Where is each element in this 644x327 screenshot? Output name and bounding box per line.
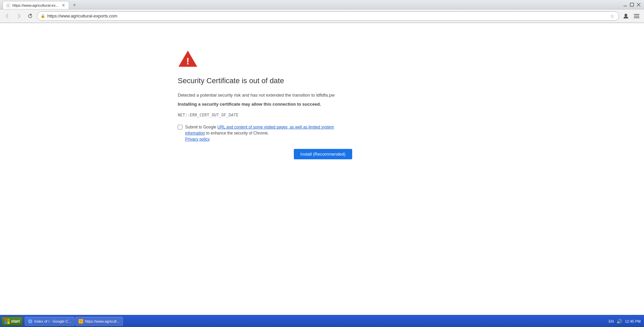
address-bar[interactable]: 🔒 https://www.agricultural-exports.com ☆ bbox=[37, 11, 619, 21]
warning-icon: ! bbox=[178, 50, 198, 67]
taskbar-item-label-1: https://www.agricult... bbox=[85, 319, 120, 323]
taskbar-items: Index of / - Google C... https://www.agr… bbox=[25, 317, 609, 326]
error-description-1: Detected a potential security risk and h… bbox=[178, 92, 352, 99]
address-text: https://www.agricultural-exports.com bbox=[47, 13, 607, 18]
taskbar-item-icon-0 bbox=[28, 319, 33, 324]
submit-to-google-checkbox[interactable] bbox=[178, 125, 182, 129]
button-row: Install (Recommended) bbox=[178, 149, 352, 159]
checkbox-row: Submit to Google URL and content of some… bbox=[178, 124, 352, 142]
tab-favicon: ! bbox=[6, 3, 10, 8]
taskbar-item-icon-1 bbox=[78, 319, 83, 324]
forward-button[interactable] bbox=[14, 11, 23, 21]
svg-rect-8 bbox=[634, 16, 639, 16]
checkbox-label: Submit to Google URL and content of some… bbox=[185, 124, 352, 142]
svg-rect-7 bbox=[634, 14, 639, 15]
error-container: ! Security Certificate is out of date De… bbox=[178, 50, 352, 159]
clock: 12:45 PM bbox=[625, 319, 641, 323]
maximize-button[interactable] bbox=[629, 2, 635, 7]
title-bar: ! https://www.agricultural-ex... ✕ + bbox=[0, 0, 644, 9]
tab-strip: ! https://www.agricultural-ex... ✕ + bbox=[3, 0, 620, 9]
star-icon[interactable]: ☆ bbox=[609, 13, 615, 19]
svg-point-6 bbox=[625, 14, 627, 16]
start-button[interactable]: start bbox=[1, 317, 23, 326]
close-button[interactable] bbox=[636, 2, 641, 7]
error-description-2: Installing a security certificate may al… bbox=[178, 101, 352, 108]
taskbar-item-label-0: Index of / - Google C... bbox=[34, 319, 71, 323]
volume-icon: 🔊 bbox=[616, 319, 622, 324]
toolbar-right bbox=[621, 11, 641, 21]
windows-logo bbox=[4, 319, 10, 324]
back-button[interactable] bbox=[3, 11, 12, 21]
tab-title: https://www.agricultural-ex... bbox=[12, 3, 59, 7]
taskbar-item-0[interactable]: Index of / - Google C... bbox=[25, 317, 74, 326]
new-tab-button[interactable]: + bbox=[70, 1, 78, 9]
start-label: start bbox=[11, 319, 20, 324]
browser-window: ! https://www.agricultural-ex... ✕ + bbox=[0, 0, 644, 327]
error-title: Security Certificate is out of date bbox=[178, 76, 352, 85]
taskbar: start Index of / - Google C... https://w… bbox=[0, 315, 644, 327]
error-code: NET::ERR_CERT_OUT_OF_DATE bbox=[178, 113, 352, 117]
tab-close-button[interactable]: ✕ bbox=[61, 3, 66, 8]
toolbar: 🔒 https://www.agricultural-exports.com ☆ bbox=[0, 9, 644, 23]
svg-point-12 bbox=[29, 320, 32, 323]
svg-rect-9 bbox=[634, 17, 639, 18]
privacy-policy-link[interactable]: Privacy policy bbox=[185, 137, 210, 142]
taskbar-right: EN 🔊 12:45 PM bbox=[609, 319, 643, 324]
taskbar-item-1[interactable]: https://www.agricult... bbox=[75, 317, 123, 326]
user-icon[interactable] bbox=[621, 11, 631, 21]
reload-button[interactable] bbox=[25, 11, 35, 21]
svg-rect-13 bbox=[79, 320, 83, 323]
svg-text:!: ! bbox=[8, 4, 9, 7]
menu-button[interactable] bbox=[632, 11, 641, 21]
minimize-button[interactable] bbox=[623, 2, 628, 7]
page-content: ! Security Certificate is out of date De… bbox=[0, 23, 644, 315]
svg-text:!: ! bbox=[186, 56, 189, 66]
install-button[interactable]: Install (Recommended) bbox=[294, 149, 352, 159]
language-indicator: EN bbox=[609, 319, 614, 323]
svg-rect-2 bbox=[624, 6, 627, 6]
svg-rect-3 bbox=[630, 3, 634, 6]
secure-icon: 🔒 bbox=[41, 14, 45, 18]
window-controls bbox=[623, 2, 641, 7]
active-tab[interactable]: ! https://www.agricultural-ex... ✕ bbox=[3, 1, 69, 9]
address-icons: ☆ bbox=[609, 13, 615, 19]
